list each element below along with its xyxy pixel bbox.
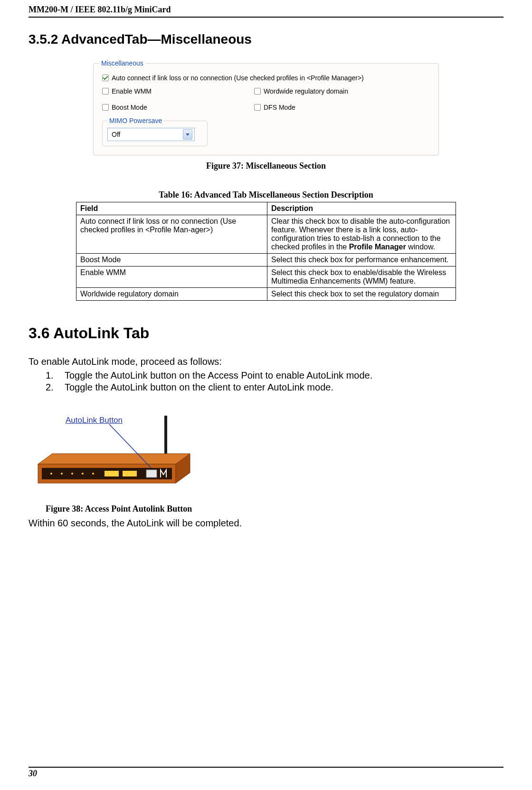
- doc-header: MM200-M / IEEE 802.11b/g MiniCard: [28, 0, 504, 18]
- svg-point-9: [92, 473, 94, 475]
- label-reg-domain: Wordwide regulatory domain: [264, 87, 348, 95]
- mimo-group-label: MIMO Powersave: [107, 117, 164, 124]
- checkbox-dfs-mode[interactable]: [254, 104, 261, 111]
- checkbox-autoconnect[interactable]: [102, 75, 109, 81]
- figure-38-caption: Figure 38: Access Point Autolink Button: [46, 504, 504, 514]
- checkbox-enable-wmm[interactable]: [102, 88, 109, 95]
- label-enable-wmm: Enable WMM: [112, 87, 152, 95]
- page-number: 30: [28, 769, 37, 778]
- heading-3-5-2: 3.5.2 AdvancedTab—Miscellaneous: [28, 32, 504, 47]
- mimo-powersave-dropdown[interactable]: Off: [107, 128, 195, 141]
- mimo-powersave-group: MIMO Powersave Off: [102, 121, 208, 146]
- table-row: Enable WMM Select this check box to enab…: [76, 267, 456, 288]
- cell-field: Auto connect if link loss or no connecti…: [76, 215, 267, 254]
- cell-desc: Clear this check box to disable the auto…: [267, 215, 456, 254]
- cell-field: Enable WMM: [76, 267, 267, 288]
- cell-desc: Select this check box to enable/disable …: [267, 267, 456, 288]
- autolink-done-text: Within 60 seconds, the AutoLink will be …: [28, 518, 504, 529]
- cell-field: Worldwide regulatory domain: [76, 288, 267, 301]
- miscellaneous-panel: Miscellaneous Auto connect if link loss …: [93, 63, 439, 155]
- heading-3-6: 3.6 AutoLink Tab: [28, 324, 504, 342]
- table-row: Worldwide regulatory domain Select this …: [76, 288, 456, 301]
- list-item: 1. Toggle the AutoLink button on the Acc…: [46, 370, 504, 381]
- svg-point-7: [71, 473, 73, 475]
- svg-point-6: [61, 473, 63, 475]
- th-field: Field: [76, 202, 267, 215]
- label-autoconnect: Auto connect if link loss or no connecti…: [112, 74, 364, 82]
- svg-point-5: [50, 473, 52, 475]
- autolink-steps-list: 1. Toggle the AutoLink button on the Acc…: [28, 370, 504, 393]
- checkbox-reg-domain[interactable]: [254, 88, 261, 95]
- figure-37-caption: Figure 37: Miscellaneous Section: [28, 161, 504, 171]
- list-item-text: Toggle the AutoLink button on the client…: [65, 382, 333, 393]
- autolink-intro-text: To enable AutoLink mode, proceed as foll…: [28, 356, 504, 367]
- checkbox-boost-mode[interactable]: [102, 104, 109, 111]
- list-item: 2. Toggle the AutoLink button on the cli…: [46, 382, 504, 393]
- label-dfs-mode: DFS Mode: [264, 104, 295, 111]
- label-boost-mode: Boost Mode: [112, 104, 147, 111]
- page-footer: 30: [28, 767, 504, 779]
- cell-desc: Select this check box for performance en…: [267, 254, 456, 267]
- table-header-row: Field Description: [76, 202, 456, 215]
- table-row: Boost Mode Select this check box for per…: [76, 254, 456, 267]
- autolink-button-callout: AutoLink Button: [66, 416, 123, 425]
- figure-38-router: AutoLink Button: [28, 412, 200, 493]
- svg-rect-10: [104, 471, 119, 476]
- list-item-number: 2.: [46, 382, 57, 393]
- th-desc: Description: [267, 202, 456, 215]
- table-row: Auto connect if link loss or no connecti…: [76, 215, 456, 254]
- table-16: Field Description Auto connect if link l…: [76, 202, 456, 301]
- mimo-powersave-value: Off: [112, 131, 120, 138]
- svg-marker-1: [38, 454, 190, 464]
- svg-rect-12: [146, 470, 157, 477]
- panel-group-label: Miscellaneous: [99, 59, 145, 67]
- list-item-number: 1.: [46, 370, 57, 381]
- svg-rect-11: [123, 471, 137, 476]
- cell-desc: Select this check box to set the regulat…: [267, 288, 456, 301]
- list-item-text: Toggle the AutoLink button on the Access…: [65, 370, 372, 381]
- chevron-down-icon[interactable]: [183, 129, 192, 140]
- table-16-caption: Table 16: Advanced Tab Miscellaneous Sec…: [28, 190, 504, 200]
- cell-field: Boost Mode: [76, 254, 267, 267]
- svg-point-8: [82, 473, 84, 475]
- svg-rect-0: [164, 416, 167, 455]
